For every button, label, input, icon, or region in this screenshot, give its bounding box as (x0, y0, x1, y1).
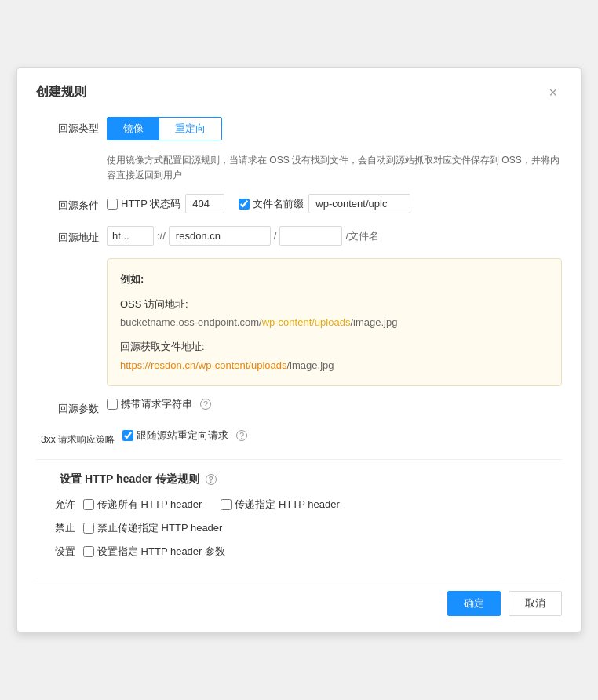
follow-redirect-help-icon[interactable]: ? (236, 430, 247, 441)
http-header-section-title: 设置 HTTP header 传递规则 ? (60, 472, 562, 487)
tab-redirect[interactable]: 重定向 (159, 118, 221, 140)
allow-all-label: 传递所有 HTTP header (97, 498, 202, 512)
forbid-specific-label: 禁止传递指定 HTTP header (97, 521, 222, 535)
set-specific-label: 设置指定 HTTP header 参数 (97, 545, 225, 559)
set-specific-checkbox-item[interactable]: 设置指定 HTTP header 参数 (83, 545, 225, 559)
source-params-row: 回源参数 携带请求字符串 ? (36, 397, 562, 416)
http-status-checkbox-item[interactable]: HTTP 状态码 (107, 197, 180, 211)
confirm-button[interactable]: 确定 (447, 591, 501, 616)
source-type-tabs: 镜像 重定向 (107, 117, 222, 140)
dialog-footer: 确定 取消 (36, 578, 562, 616)
allow-specific-checkbox[interactable] (221, 499, 232, 510)
create-rule-dialog: 创建规则 × 回源类型 镜像 重定向 使用镜像方式配置回源规则，当请求在 OSS… (16, 67, 582, 633)
oss-url-prefix: bucketname.oss-endpoint.com/ (120, 316, 262, 328)
source-type-content: 镜像 重定向 (107, 117, 562, 140)
http-status-checkbox[interactable] (107, 199, 118, 210)
source-url-domain: resdon.cn (151, 359, 195, 371)
oss-url-highlight: wp-content/uploads (262, 316, 351, 328)
allow-specific-checkbox-item[interactable]: 传递指定 HTTP header (221, 498, 339, 512)
file-prefix-checkbox[interactable] (239, 199, 250, 210)
allow-label: 允许 (36, 498, 83, 512)
file-prefix-input[interactable]: wp-content/uplc (308, 194, 410, 213)
source-address-content: ht... :// resdon.cn / /文件名 (107, 226, 562, 246)
carry-query-checkbox[interactable] (107, 399, 118, 410)
set-row: 设置 设置指定 HTTP header 参数 (36, 545, 562, 559)
allow-row: 允许 传递所有 HTTP header 传递指定 HTTP header (36, 498, 562, 512)
oss-access-section: OSS 访问地址: bucketname.oss-endpoint.com/wp… (120, 295, 549, 332)
source-fetch-title: 回源获取文件地址: (120, 337, 549, 355)
forbid-specific-checkbox[interactable] (83, 523, 94, 534)
allow-all-checkbox[interactable] (83, 499, 94, 510)
url-colon-separator: :// (157, 230, 166, 242)
source-fetch-section: 回源获取文件地址: https://resdon.cn/wp-content/u… (120, 337, 549, 374)
source-condition-row: 回源条件 HTTP 状态码 404 文件名前缀 wp-content/uplc (36, 194, 562, 213)
source-address-row: 回源地址 ht... :// resdon.cn / /文件名 (36, 226, 562, 246)
set-label: 设置 (36, 545, 83, 559)
redirect-policy-label: 3xx 请求响应策略 (36, 428, 122, 447)
http-status-label: HTTP 状态码 (121, 197, 180, 211)
separator-line (36, 459, 562, 460)
follow-redirect-checkbox[interactable] (122, 430, 133, 441)
oss-access-url: bucketname.oss-endpoint.com/wp-content/u… (120, 313, 549, 331)
http-header-help-icon[interactable]: ? (206, 474, 217, 485)
redirect-policy-row: 3xx 请求响应策略 跟随源站重定向请求 ? (36, 428, 562, 447)
source-address-label: 回源地址 (36, 226, 107, 245)
oss-url-suffix: /image.jpg (350, 316, 397, 328)
http-header-title-text: 设置 HTTP header 传递规则 (60, 472, 199, 485)
cancel-button[interactable]: 取消 (509, 591, 562, 616)
url-row: ht... :// resdon.cn / /文件名 (107, 226, 379, 246)
set-specific-checkbox[interactable] (83, 546, 94, 557)
forbid-specific-checkbox-item[interactable]: 禁止传递指定 HTTP header (83, 521, 222, 535)
follow-redirect-checkbox-item[interactable]: 跟随源站重定向请求 (122, 428, 228, 443)
protocol-input[interactable]: ht... (107, 226, 154, 246)
url-suffix-label: /文件名 (345, 229, 379, 243)
description-text: 使用镜像方式配置回源规则，当请求在 OSS 没有找到文件，会自动到源站抓取对应文… (107, 153, 562, 183)
forbid-row: 禁止 禁止传递指定 HTTP header (36, 521, 562, 535)
allow-all-checkbox-item[interactable]: 传递所有 HTTP header (83, 498, 202, 512)
source-params-label: 回源参数 (36, 397, 107, 416)
carry-query-label: 携带请求字符串 (121, 397, 192, 411)
source-condition-content: HTTP 状态码 404 文件名前缀 wp-content/uplc (107, 194, 562, 213)
file-prefix-label: 文件名前缀 (253, 197, 304, 211)
dialog-header: 创建规则 × (36, 84, 562, 101)
path-input[interactable] (279, 226, 342, 246)
follow-redirect-label: 跟随源站重定向请求 (137, 428, 228, 443)
domain-input[interactable]: resdon.cn (169, 226, 271, 246)
file-prefix-checkbox-item[interactable]: 文件名前缀 (239, 197, 304, 211)
allow-specific-label: 传递指定 HTTP header (235, 498, 339, 512)
source-url-path: wp-content/uploads (199, 359, 287, 371)
source-type-label: 回源类型 (36, 117, 107, 136)
source-url-prefix: https:// (120, 359, 151, 371)
forbid-label: 禁止 (36, 521, 83, 535)
oss-access-title: OSS 访问地址: (120, 295, 549, 313)
redirect-policy-content: 跟随源站重定向请求 ? (122, 428, 562, 443)
url-slash-separator: / (274, 230, 277, 242)
http-status-input[interactable]: 404 (185, 194, 224, 213)
dialog-title: 创建规则 (36, 84, 86, 100)
example-title: 例如: (120, 270, 549, 288)
source-fetch-url: https://resdon.cn/wp-content/uploads/ima… (120, 356, 549, 374)
source-url-suffix: /image.jpg (287, 359, 334, 371)
allow-options: 传递所有 HTTP header 传递指定 HTTP header (83, 498, 340, 512)
source-params-content: 携带请求字符串 ? (107, 397, 562, 411)
example-box: 例如: OSS 访问地址: bucketname.oss-endpoint.co… (107, 258, 562, 386)
carry-query-checkbox-item[interactable]: 携带请求字符串 (107, 397, 192, 411)
source-type-row: 回源类型 镜像 重定向 (36, 117, 562, 140)
forbid-options: 禁止传递指定 HTTP header (83, 521, 222, 535)
carry-query-help-icon[interactable]: ? (200, 399, 211, 410)
set-options: 设置指定 HTTP header 参数 (83, 545, 225, 559)
source-condition-label: 回源条件 (36, 194, 107, 213)
close-button[interactable]: × (544, 84, 562, 101)
tab-mirror[interactable]: 镜像 (108, 118, 159, 140)
